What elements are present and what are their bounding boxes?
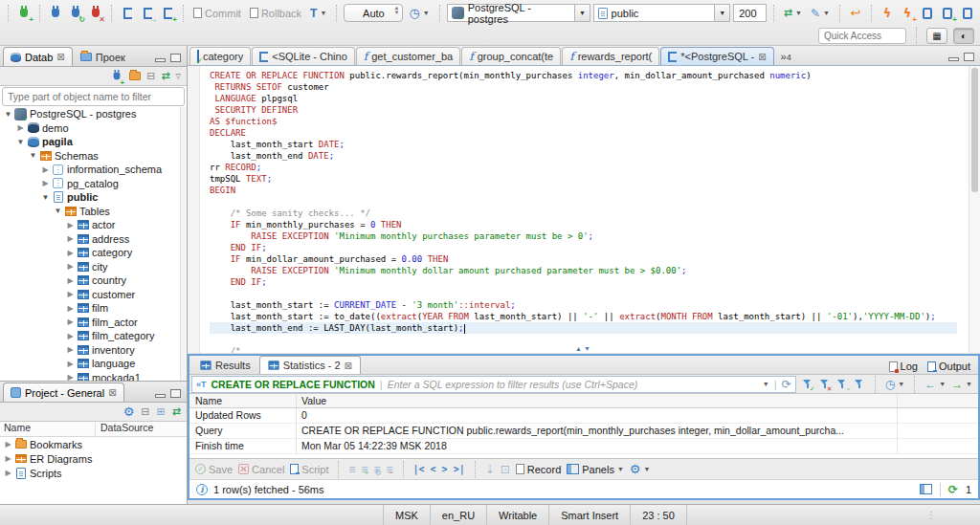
execute-button[interactable]: ϟ bbox=[879, 5, 896, 22]
quick-access-input[interactable] bbox=[818, 28, 906, 44]
last-row-button[interactable]: >| bbox=[454, 464, 465, 474]
filter-remove-button[interactable]: ✕ bbox=[819, 379, 831, 390]
view-menu-button[interactable]: ▽ bbox=[176, 73, 181, 80]
maximize-icon[interactable] bbox=[170, 389, 181, 398]
tree-item-film[interactable]: ▶film bbox=[0, 301, 187, 316]
tree-item-public[interactable]: ▼public bbox=[0, 190, 187, 205]
table-row[interactable]: Updated Rows0 bbox=[189, 408, 978, 424]
gear-icon[interactable]: ⚙ bbox=[123, 405, 135, 419]
tree-item-film-actor[interactable]: ▶film_actor bbox=[0, 316, 187, 330]
tree-item-film-category[interactable]: ▶film_category bbox=[0, 329, 187, 343]
collapse-all-button[interactable]: ⊟ bbox=[141, 405, 149, 418]
tree-item-pagila[interactable]: ▼pagila bbox=[0, 135, 187, 149]
fetch-size-field[interactable]: 200 bbox=[733, 4, 767, 22]
tree-expander[interactable]: ▶ bbox=[65, 373, 76, 381]
tree-expander[interactable]: ▶ bbox=[65, 360, 76, 368]
tree-expander[interactable]: ▶ bbox=[65, 276, 76, 285]
tab-project-general[interactable]: Project - General ⊠ bbox=[3, 383, 124, 402]
editor-tab--sqlite-chino[interactable]: <SQLite - Chino bbox=[252, 47, 355, 65]
auto-refresh-button[interactable]: ◷▼ bbox=[885, 378, 904, 391]
tree-item-address[interactable]: ▶address bbox=[0, 232, 187, 247]
save-button[interactable]: ✓Save bbox=[195, 464, 233, 475]
add-row-button[interactable]: ≡+ bbox=[361, 464, 368, 475]
tree-expander[interactable]: ▶ bbox=[3, 469, 13, 477]
tree-expander[interactable]: ▼ bbox=[15, 138, 26, 146]
disconnect-button[interactable]: ✕ bbox=[87, 5, 104, 22]
transaction-next-button[interactable]: → bbox=[139, 5, 156, 22]
database-tree[interactable]: ▼PostgreSQL - postgres▶demo▼pagila▼Schem… bbox=[0, 107, 187, 381]
table-row[interactable]: QueryCREATE OR REPLACE FUNCTION public.r… bbox=[189, 424, 978, 439]
filter-history-button[interactable]: ▼ bbox=[763, 381, 769, 387]
tree-item-language[interactable]: ▶language bbox=[0, 357, 187, 371]
project-item-er-diagrams[interactable]: ▶ER Diagrams bbox=[0, 451, 187, 466]
link-with-editor-button[interactable]: ⇄ bbox=[172, 405, 181, 418]
filter-custom-button[interactable] bbox=[854, 379, 865, 390]
script-button[interactable]: Script bbox=[290, 464, 328, 475]
collapse-all-button[interactable]: ⊟ bbox=[146, 70, 155, 82]
maximize-icon[interactable] bbox=[170, 54, 181, 62]
transaction-mode-button[interactable] bbox=[119, 5, 136, 22]
project-item-bookmarks[interactable]: ▶Bookmarks bbox=[0, 437, 187, 451]
transaction-log-button[interactable]: T▼ bbox=[307, 7, 329, 20]
tree-expander[interactable]: ▶ bbox=[65, 290, 76, 298]
minimize-icon[interactable] bbox=[155, 58, 166, 62]
minimize-icon[interactable] bbox=[948, 57, 959, 61]
editor-tab-rewards-report-[interactable]: frewards_report( bbox=[562, 47, 659, 65]
schema-combo[interactable]: public ▼ bbox=[593, 4, 731, 22]
connect-button[interactable] bbox=[47, 5, 64, 22]
new-sql-editor-button[interactable]: + bbox=[939, 5, 956, 22]
new-connection-small-button[interactable]: + bbox=[110, 68, 123, 85]
tree-item-customer[interactable]: ▶customer bbox=[0, 288, 187, 302]
log-button[interactable]: Log bbox=[889, 361, 918, 372]
tree-item-schemas[interactable]: ▼Schemas bbox=[0, 149, 187, 164]
object-filter-input[interactable] bbox=[2, 87, 185, 106]
close-icon[interactable]: ⊠ bbox=[345, 361, 352, 371]
tab-statistics[interactable]: Statistics - 2 ⊠ bbox=[259, 356, 361, 374]
duplicate-row-button[interactable]: ≡↻ bbox=[373, 464, 380, 475]
fetch-all-button[interactable]: ⊡ bbox=[501, 464, 510, 475]
tree-item-country[interactable]: ▶country bbox=[0, 273, 187, 288]
refresh-icon[interactable]: ⟳ bbox=[948, 483, 958, 496]
sync-button[interactable]: ⇄▼ bbox=[781, 7, 805, 19]
new-folder-button[interactable] bbox=[129, 72, 141, 80]
code-area[interactable]: CREATE OR REPLACE FUNCTION public.reward… bbox=[200, 66, 969, 353]
project-item-scripts[interactable]: ▶Scripts bbox=[0, 466, 187, 480]
execute-script-button[interactable] bbox=[919, 5, 936, 22]
open-perspective-button[interactable]: ▦ bbox=[926, 28, 947, 44]
panels-button[interactable]: Panels▼ bbox=[567, 464, 624, 475]
undo-navigate-button[interactable]: ↩ bbox=[847, 5, 864, 22]
results-settings-button[interactable]: ⚙▼ bbox=[630, 462, 651, 476]
commit-mode-combo[interactable]: Auto▲▼ bbox=[344, 4, 403, 22]
cancel-button[interactable]: ✕Cancel bbox=[238, 464, 284, 475]
tree-expander[interactable]: ▶ bbox=[40, 179, 51, 187]
tree-expander[interactable]: ▶ bbox=[65, 249, 76, 257]
scrollbar-thumb[interactable] bbox=[971, 68, 978, 192]
tree-item-mockada1[interactable]: ▶mockada1 bbox=[0, 371, 187, 382]
next-result-button[interactable]: →▼ bbox=[951, 378, 972, 391]
commit-button[interactable]: Commit bbox=[190, 8, 244, 19]
tree-item-inventory[interactable]: ▶inventory bbox=[0, 343, 187, 358]
minimize-icon[interactable] bbox=[155, 394, 166, 398]
first-row-button[interactable]: |< bbox=[413, 464, 425, 474]
editor-tab-group-concat-te[interactable]: fgroup_concat(te bbox=[461, 47, 561, 65]
edit-row-button[interactable]: ≡ bbox=[348, 464, 355, 475]
editor-tab--postgresql-[interactable]: *<PostgreSQL -⊠ bbox=[660, 47, 773, 65]
rollback-button[interactable]: Rollback bbox=[247, 8, 304, 19]
tree-expander[interactable]: ▶ bbox=[65, 234, 76, 243]
editor-tab-get-customer-ba[interactable]: fget_customer_ba bbox=[356, 47, 460, 65]
tree-expander[interactable]: ▼ bbox=[28, 151, 38, 160]
tree-expander[interactable]: ▶ bbox=[65, 345, 76, 354]
link-with-editor-button[interactable]: ⇄ bbox=[161, 70, 169, 82]
tree-scrollbar[interactable] bbox=[180, 107, 187, 381]
tree-item-category[interactable]: ▶category bbox=[0, 246, 187, 260]
execute-new-tab-button[interactable]: ϟ+ bbox=[899, 5, 916, 22]
close-icon[interactable]: ⊠ bbox=[108, 387, 116, 398]
filter-clear-button[interactable]: ▫ bbox=[836, 379, 848, 390]
tree-item-city[interactable]: ▶city bbox=[0, 260, 187, 274]
fetch-page-button[interactable]: ⇣ bbox=[485, 464, 495, 475]
maximize-icon[interactable] bbox=[964, 53, 974, 61]
column-datasource[interactable]: DataSource bbox=[96, 422, 153, 436]
connection-combo[interactable]: PostgreSQL - postgres ▼ bbox=[447, 4, 590, 22]
next-row-button[interactable]: > bbox=[442, 464, 448, 474]
tree-expander[interactable]: ▶ bbox=[65, 304, 76, 313]
